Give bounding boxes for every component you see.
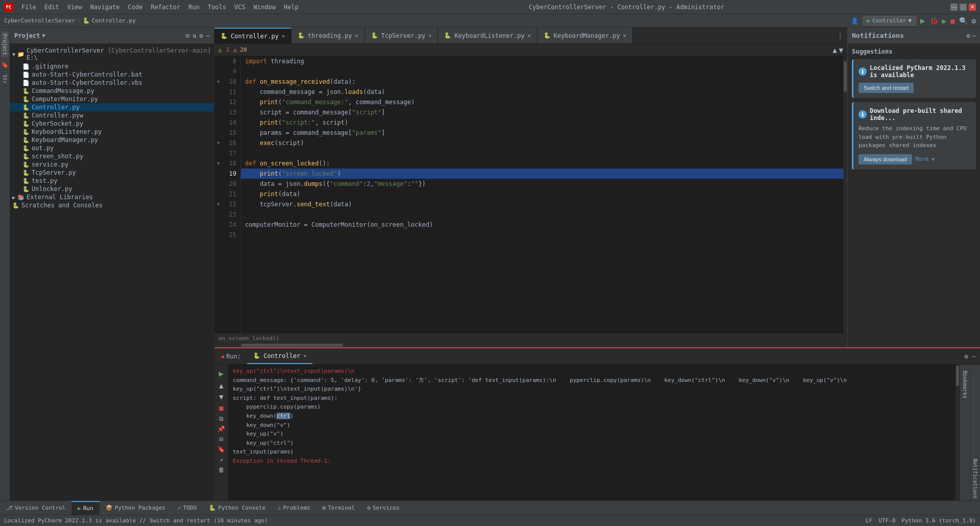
- notif-bar-icon[interactable]: Notifications: [971, 457, 979, 500]
- error-count[interactable]: 1: [226, 46, 230, 53]
- list-item[interactable]: ▶ 📚 External Libraries: [10, 193, 214, 201]
- notif-settings-icon[interactable]: ⚙: [967, 32, 970, 39]
- list-item[interactable]: 🐍 KeyboardManager.py: [10, 136, 214, 144]
- list-item[interactable]: 🐍 test.py: [10, 177, 214, 185]
- close-button[interactable]: ✕: [969, 4, 976, 11]
- bookmark-icon[interactable]: 🔖: [0, 60, 10, 69]
- list-item[interactable]: 🐍 CommandMessage.py: [10, 87, 214, 95]
- bottom-settings-icon[interactable]: ⚙: [965, 353, 968, 360]
- run-trash-btn[interactable]: 🗑: [218, 466, 225, 473]
- run-config-dropdown[interactable]: ▶ Controller ▼: [863, 16, 916, 26]
- run-coverage-icon[interactable]: ▶: [942, 17, 946, 25]
- nav-problems[interactable]: ⚠ Problems: [272, 501, 316, 515]
- menu-navigate[interactable]: Navigate: [86, 3, 124, 12]
- nav-down-arrow[interactable]: ▼: [839, 46, 843, 54]
- tab-controller[interactable]: 🐍 Controller.py ✕: [214, 28, 291, 43]
- gutter-10[interactable]: ▼: [214, 77, 223, 87]
- bookmarks-icon[interactable]: Bookmarks: [961, 369, 969, 400]
- run-bookmark-btn[interactable]: 🔖: [217, 446, 225, 453]
- code-lines[interactable]: import threading def on_message_received…: [241, 56, 843, 333]
- list-item[interactable]: 📄 auto-Start-CyberController.vbs: [10, 79, 214, 87]
- nav-terminal[interactable]: ⊞ Terminal: [316, 501, 361, 515]
- menu-code[interactable]: Code: [124, 3, 147, 12]
- list-item[interactable]: 🐍 CyberSocket.py: [10, 119, 214, 128]
- run-down-btn[interactable]: ▼: [219, 393, 223, 401]
- tab-keyboardlistener[interactable]: 🐍 KeyboardListener.py ✕: [438, 28, 537, 43]
- nav-run[interactable]: ▶ Run: [71, 501, 100, 515]
- horizontal-scrollbar[interactable]: [214, 343, 847, 347]
- tab-keyboardlistener-close[interactable]: ✕: [528, 33, 531, 38]
- run-copy-btn[interactable]: ⧉: [219, 415, 224, 422]
- structure-icon[interactable]: Str: [1, 73, 9, 86]
- menu-view[interactable]: View: [63, 3, 86, 12]
- run-play-btn[interactable]: ▶: [219, 369, 224, 378]
- console-output[interactable]: key_up("ctrl")\ntext_input(params)\n com…: [229, 365, 955, 500]
- tab-threading-close[interactable]: ✕: [355, 33, 358, 38]
- console-scrollbar[interactable]: [955, 365, 960, 500]
- run-pin-btn[interactable]: 📌: [217, 425, 225, 433]
- h-scrollbar-thumb[interactable]: [241, 344, 343, 347]
- collapse-all-icon[interactable]: ⊟: [186, 32, 189, 39]
- sort-icon[interactable]: ⇅: [192, 32, 196, 39]
- list-item[interactable]: 🐍 service.py: [10, 160, 214, 169]
- menu-tools[interactable]: Tools: [204, 3, 230, 12]
- run-external-btn[interactable]: ↗: [219, 456, 223, 463]
- nav-services[interactable]: ⚙ Services: [361, 501, 406, 515]
- menu-file[interactable]: File: [17, 3, 40, 12]
- run-tab-close[interactable]: ✕: [303, 353, 306, 358]
- list-item[interactable]: 🐍 Controller.pyw: [10, 111, 214, 119]
- minimize-button[interactable]: —: [950, 4, 958, 11]
- tab-tcpserver[interactable]: 🐍 TcpServer.py ✕: [365, 28, 438, 43]
- run-play-icon[interactable]: ▶: [920, 16, 925, 26]
- maximize-button[interactable]: □: [960, 4, 967, 11]
- list-item[interactable]: 🐍 Scratches and Consoles: [10, 201, 214, 209]
- status-encoding[interactable]: UTF-8: [878, 517, 895, 524]
- list-item[interactable]: 🐍 TcpServer.py: [10, 169, 214, 177]
- panel-settings-icon[interactable]: ⚙: [200, 32, 203, 39]
- list-item[interactable]: 🐍 Unlocker.py: [10, 185, 214, 193]
- scrollbar-thumb[interactable]: [844, 61, 847, 92]
- nav-python-console[interactable]: 🐍 Python Console: [203, 501, 272, 515]
- gutter-22[interactable]: ▼: [214, 199, 223, 209]
- run-filter-btn[interactable]: ⊟: [219, 436, 223, 443]
- tab-keyboardmanager-close[interactable]: ✕: [623, 33, 626, 38]
- list-item[interactable]: 🐍 KeyboardListener.py: [10, 128, 214, 136]
- more-link[interactable]: More: [915, 156, 929, 162]
- always-download-button[interactable]: Always download: [859, 154, 912, 164]
- status-lf[interactable]: LF: [866, 517, 872, 524]
- nav-todo[interactable]: ✓ TODO: [172, 501, 203, 515]
- list-item[interactable]: 📄 auto-Start-CyberController.bat: [10, 70, 214, 79]
- vertical-scrollbar[interactable]: [843, 56, 847, 333]
- menu-window[interactable]: Window: [250, 3, 280, 12]
- tree-root[interactable]: ▼ 📁 CyberControllerServer [CyberControll…: [10, 46, 214, 62]
- nav-up-arrow[interactable]: ▲: [832, 46, 837, 54]
- switch-restart-button[interactable]: Switch and restart: [859, 83, 914, 93]
- breadcrumb-file[interactable]: Controller.py: [92, 17, 136, 24]
- gutter-16[interactable]: ▼: [214, 138, 223, 148]
- tab-controller-close[interactable]: ✕: [282, 33, 285, 39]
- warning-count[interactable]: △ 20: [233, 46, 247, 53]
- list-item[interactable]: 🐍 ComputerMonitor.py: [10, 95, 214, 103]
- status-python[interactable]: Python 3.6 (torch_1.8): [901, 517, 976, 524]
- tab-more-button[interactable]: ⋮: [833, 28, 847, 43]
- gutter-18[interactable]: ▼: [214, 158, 223, 169]
- panel-hide-icon[interactable]: —: [206, 32, 210, 39]
- tab-keyboardmanager[interactable]: 🐍 KeyboardManager.py ✕: [537, 28, 633, 43]
- project-dropdown-arrow[interactable]: ▼: [42, 33, 45, 38]
- list-item[interactable]: 🐍 Controller.py: [10, 103, 214, 111]
- bottom-tab-controller[interactable]: 🐍 Controller ✕: [247, 348, 312, 364]
- list-item[interactable]: 📄 .gitignore: [10, 62, 214, 70]
- breadcrumb-project[interactable]: CyberControllerServer: [4, 17, 75, 24]
- tab-threading[interactable]: 🐍 threading.py ✕: [291, 28, 365, 43]
- tab-tcpserver-close[interactable]: ✕: [428, 33, 431, 38]
- nav-version-control[interactable]: ⎇ Version Control: [0, 501, 71, 515]
- menu-help[interactable]: Help: [280, 3, 303, 12]
- menu-vcs[interactable]: VCS: [230, 3, 250, 12]
- nav-python-packages[interactable]: 📦 Python Packages: [100, 501, 172, 515]
- menu-edit[interactable]: Edit: [40, 3, 63, 12]
- run-stop-icon[interactable]: ■: [950, 17, 954, 25]
- list-item[interactable]: 🐍 out.py: [10, 144, 214, 152]
- project-tab-icon[interactable]: Project: [1, 32, 9, 57]
- settings-icon[interactable]: ⚙: [972, 17, 976, 25]
- notif-hide-icon[interactable]: —: [972, 32, 976, 39]
